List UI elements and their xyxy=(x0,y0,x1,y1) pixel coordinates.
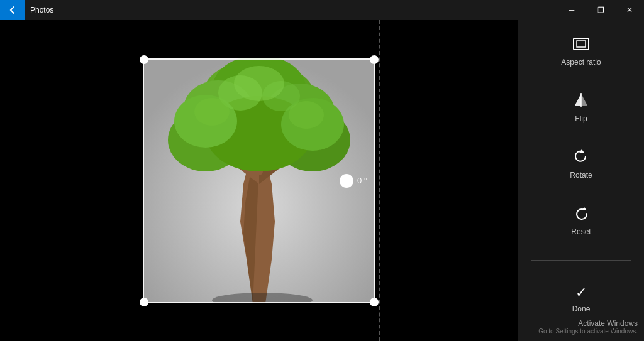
titlebar: Photos ─ ❐ ✕ xyxy=(0,0,644,20)
app-title: Photos xyxy=(30,6,557,14)
reset-label: Reset xyxy=(571,227,591,236)
rotate-label: Rotate xyxy=(570,171,592,180)
restore-button[interactable]: ❐ xyxy=(586,0,615,20)
window-controls: ─ ❐ ✕ xyxy=(557,0,644,20)
main-content: 0 ° xyxy=(0,20,644,341)
rotation-handle[interactable]: 0 ° xyxy=(340,174,367,188)
flip-icon xyxy=(573,92,589,111)
svg-point-17 xyxy=(194,98,230,126)
rotation-value: 0 ° xyxy=(357,176,367,185)
svg-point-16 xyxy=(234,66,284,101)
rotation-axis-line xyxy=(379,20,380,341)
flip-button[interactable]: Flip xyxy=(560,88,602,127)
aspect-ratio-label: Aspect ratio xyxy=(561,58,601,67)
reset-button[interactable]: Reset xyxy=(558,201,603,240)
close-button[interactable]: ✕ xyxy=(615,0,644,20)
reset-icon xyxy=(573,205,589,224)
canvas-area: 0 ° xyxy=(0,20,518,341)
rotate-button[interactable]: Rotate xyxy=(557,144,604,183)
aspect-ratio-icon xyxy=(572,36,590,54)
back-button[interactable] xyxy=(0,0,25,20)
panel-divider xyxy=(531,260,631,261)
aspect-ratio-button[interactable]: Aspect ratio xyxy=(548,33,613,70)
flip-label: Flip xyxy=(575,114,587,123)
svg-rect-21 xyxy=(577,41,586,47)
svg-marker-23 xyxy=(581,94,587,106)
rotation-knob[interactable] xyxy=(340,174,353,188)
svg-point-18 xyxy=(289,101,324,129)
done-button[interactable]: ✓ Done xyxy=(560,281,603,317)
done-icon: ✓ xyxy=(575,284,587,301)
right-panel: Aspect ratio Flip Rotate xyxy=(518,20,644,341)
rotate-icon xyxy=(573,148,589,167)
done-label: Done xyxy=(572,305,591,313)
svg-marker-22 xyxy=(575,94,581,106)
svg-rect-20 xyxy=(574,38,589,50)
minimize-button[interactable]: ─ xyxy=(557,0,586,20)
